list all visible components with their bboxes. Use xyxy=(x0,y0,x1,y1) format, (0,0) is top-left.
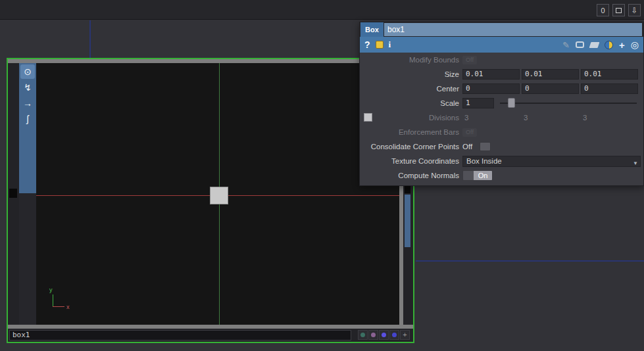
down-arrow-icon: ⇩ xyxy=(631,6,637,15)
scale-slider-handle[interactable] xyxy=(508,98,515,108)
divisions-label: Divisions xyxy=(360,110,459,125)
consolidate-corner-points-toggle[interactable] xyxy=(480,142,491,151)
axis-y-line xyxy=(53,294,53,306)
pane-divider-vertical xyxy=(89,20,91,59)
handle-tool-icon[interactable]: ʃ xyxy=(20,112,35,126)
pane-counter-button[interactable]: 0 xyxy=(597,4,609,16)
texture-coordinates-value: Box Inside xyxy=(466,157,502,165)
pane-divider-horizontal xyxy=(416,260,644,262)
node-name-input[interactable]: box1 xyxy=(384,23,642,36)
parameter-window: Box box1 ? i ✎ + ◎ Modify Bounds Off Siz… xyxy=(359,22,644,186)
plus-icon: + xyxy=(403,331,407,339)
viewport-node-name-field[interactable]: box1 xyxy=(9,330,351,340)
viewport-toolbar-lower xyxy=(19,193,36,329)
display-toggle-3[interactable] xyxy=(379,330,389,340)
edit-pencil-icon[interactable]: ✎ xyxy=(562,40,570,50)
chevron-down-icon: ▼ xyxy=(633,158,638,168)
viewport-toolbar: ⊙ ↯ → ʃ xyxy=(19,63,36,193)
axis-x-line xyxy=(53,306,64,307)
divisions-z-value: 3 xyxy=(583,110,587,125)
modify-bounds-toggle: Off xyxy=(462,56,477,64)
indigo-dot-icon xyxy=(382,333,386,337)
help-icon[interactable]: ? xyxy=(364,39,370,50)
display-add-button[interactable]: + xyxy=(400,330,410,340)
box-geometry[interactable] xyxy=(210,187,228,204)
display-toggle-2[interactable] xyxy=(368,330,378,340)
gallery-rings-icon[interactable]: ◎ xyxy=(631,40,639,49)
add-parameter-icon[interactable]: + xyxy=(619,40,625,50)
eraser-icon[interactable] xyxy=(589,42,600,48)
size-y-field[interactable]: 0.01 xyxy=(522,69,579,80)
size-label: Size xyxy=(360,67,459,82)
translate-tool-icon[interactable]: → xyxy=(20,96,35,110)
compute-normals-toggle[interactable]: On xyxy=(462,170,493,181)
view-tool-icon[interactable]: ⊙ xyxy=(20,64,35,79)
box-node-icon xyxy=(376,41,384,49)
pane-layout-button[interactable] xyxy=(612,4,625,16)
teal-dot-icon xyxy=(360,333,365,337)
center-y-field[interactable]: 0 xyxy=(522,83,579,94)
axis-x-label: x xyxy=(66,304,70,310)
scale-slider-groove xyxy=(500,103,637,104)
consolidate-corner-points-value: Off xyxy=(462,139,472,154)
scale-label: Scale xyxy=(360,96,459,110)
row-compute-normals: Compute Normals On xyxy=(360,168,643,183)
collapse-button[interactable]: ⇩ xyxy=(628,4,641,16)
python-icon[interactable] xyxy=(605,41,613,49)
texture-coordinates-dropdown[interactable]: Box Inside ▼ xyxy=(462,156,641,167)
enforcement-bars-toggle: Off xyxy=(462,128,477,137)
viewport-right-scrollbar[interactable] xyxy=(405,195,410,247)
compute-normals-label: Compute Normals xyxy=(360,168,459,183)
center-x-field[interactable]: 0 xyxy=(462,83,520,94)
center-z-field[interactable]: 0 xyxy=(581,83,638,94)
row-texture-coordinates: Texture Coordinates Box Inside ▼ xyxy=(360,154,643,168)
modify-bounds-label: Modify Bounds xyxy=(360,53,459,67)
axis-y-label: y xyxy=(49,287,53,293)
divisions-y-value: 3 xyxy=(524,110,528,125)
parameter-tab-row: Box box1 xyxy=(360,22,643,37)
viewport-right-handle-notch[interactable] xyxy=(405,185,410,193)
divisions-x-value: 3 xyxy=(464,110,468,125)
row-consolidate-corner-points: Consolidate Corner Points Off xyxy=(360,139,643,154)
viewport-left-handle[interactable] xyxy=(9,189,17,198)
blue-dot-icon xyxy=(392,333,397,337)
row-size: Size 0.01 0.01 0.01 xyxy=(360,67,643,82)
size-z-field[interactable]: 0.01 xyxy=(581,69,638,80)
top-bar: 0 ⇩ xyxy=(0,0,644,20)
info-icon[interactable]: i xyxy=(389,39,391,50)
scale-field[interactable]: 1 xyxy=(462,98,494,108)
row-divisions: Divisions 3 3 3 xyxy=(360,110,643,125)
row-enforcement-bars: Enforcement Bars Off xyxy=(360,125,643,139)
display-toggle-1[interactable] xyxy=(358,330,368,340)
scene-viewport-pane: ⊙ ↯ → ʃ y x box1 + xyxy=(7,58,414,343)
enforcement-bars-label: Enforcement Bars xyxy=(360,125,459,139)
viewport-bottom-bar: box1 + xyxy=(8,329,413,342)
row-scale: Scale 1 xyxy=(360,96,643,110)
consolidate-corner-points-label: Consolidate Corner Points xyxy=(360,139,459,154)
node-type-tab[interactable]: Box xyxy=(360,22,384,37)
parameter-header: ? i ✎ + ◎ xyxy=(360,37,643,53)
select-tool-icon[interactable]: ↯ xyxy=(20,80,35,95)
window-icon xyxy=(616,8,622,13)
compute-normals-on-segment: On xyxy=(474,171,492,180)
size-x-field[interactable]: 0.01 xyxy=(462,69,520,80)
row-center: Center 0 0 0 xyxy=(360,82,643,96)
row-modify-bounds: Modify Bounds Off xyxy=(360,53,643,67)
purple-dot-icon xyxy=(371,333,376,337)
divisions-checkbox[interactable] xyxy=(364,113,372,122)
parameter-rows: Modify Bounds Off Size 0.01 0.01 0.01 Ce… xyxy=(360,53,643,183)
center-label: Center xyxy=(360,82,459,96)
display-toggle-4[interactable] xyxy=(389,330,399,340)
viewport-canvas[interactable]: y x xyxy=(36,63,399,325)
comment-icon[interactable] xyxy=(576,41,584,48)
texture-coordinates-label: Texture Coordinates xyxy=(360,154,459,168)
compute-normals-off-segment xyxy=(463,171,474,180)
